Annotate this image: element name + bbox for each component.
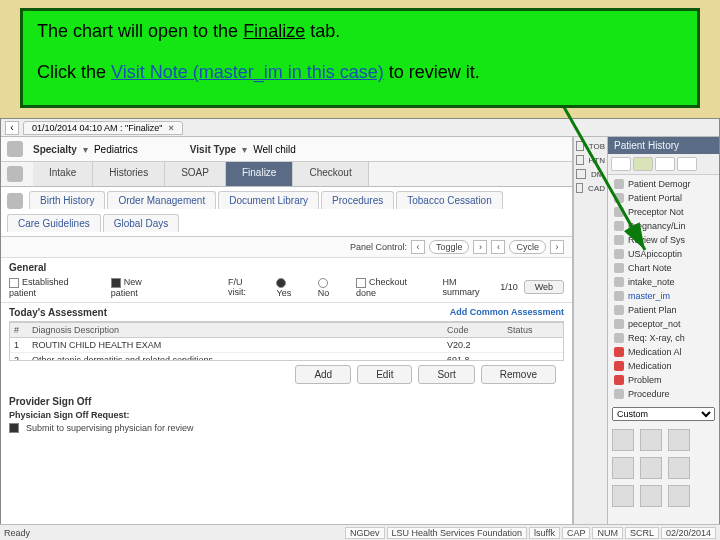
add-button[interactable]: Add xyxy=(295,365,351,384)
chevron-down-icon[interactable]: ▾ xyxy=(242,144,247,155)
sidebar-item-label: Medication Al xyxy=(628,347,682,357)
submit-checkbox[interactable]: Submit to supervising physician for revi… xyxy=(9,423,564,433)
subtab-document-library[interactable]: Document Library xyxy=(218,191,319,209)
vitals-column: TOB HTN DM CAD xyxy=(573,137,607,535)
list-icon[interactable] xyxy=(7,193,23,209)
sidebar-item-intake-note[interactable]: intake_note xyxy=(612,275,715,289)
status-cell: LSU Health Services Foundation xyxy=(387,527,528,539)
assessment-table: # Diagnosis Description Code Status 1 RO… xyxy=(10,322,563,361)
close-icon[interactable]: × xyxy=(168,123,173,133)
subtab-care-guidelines[interactable]: Care Guidelines xyxy=(7,214,101,232)
dm-checkbox[interactable]: DM xyxy=(576,169,605,179)
sidebar-toolbar xyxy=(608,154,719,175)
cycle-button[interactable]: Cycle xyxy=(509,240,546,254)
lock-icon[interactable] xyxy=(655,157,675,171)
remove-button[interactable]: Remove xyxy=(481,365,556,384)
signoff-title: Physician Sign Off Request: xyxy=(9,410,564,420)
visittype-label: Visit Type xyxy=(190,144,236,155)
sidebar-item-patient-demogr[interactable]: Patient Demogr xyxy=(612,177,715,191)
grid-item[interactable] xyxy=(668,429,690,451)
grid-item[interactable] xyxy=(612,457,634,479)
tab-intake[interactable]: Intake xyxy=(33,162,93,186)
sidebar-item-usapiccoptin[interactable]: USApiccoptin xyxy=(612,247,715,261)
grid-item[interactable] xyxy=(668,485,690,507)
doc-icon xyxy=(614,389,624,399)
sidebar-item-label: Patient Demogr xyxy=(628,179,691,189)
established-checkbox[interactable]: Established patient xyxy=(9,277,97,298)
submit-label: Submit to supervising physician for revi… xyxy=(26,423,194,433)
doc-icon xyxy=(614,235,624,245)
search-button[interactable] xyxy=(677,157,697,171)
sidebar-item-preceptor-not[interactable]: Preceptor Not xyxy=(612,205,715,219)
sidebar-item-medication[interactable]: Medication xyxy=(612,359,715,373)
grid-item[interactable] xyxy=(612,429,634,451)
status-bar: Ready NGDev LSU Health Services Foundati… xyxy=(0,524,720,540)
tob-checkbox[interactable]: TOB xyxy=(576,141,605,151)
document-tab[interactable]: 01/10/2014 04:10 AM : "Finalize" × xyxy=(23,121,183,135)
tab-soap[interactable]: SOAP xyxy=(165,162,226,186)
add-common-assessment-link[interactable]: Add Common Assessment xyxy=(450,307,564,318)
sidebar-item-master-im[interactable]: master_im xyxy=(612,289,715,303)
grid-item[interactable] xyxy=(668,457,690,479)
back-button[interactable]: ‹ xyxy=(5,121,19,135)
table-row[interactable]: 1 ROUTIN CHILD HEALTH EXAM V20.2 xyxy=(10,337,563,352)
cell: V20.2 xyxy=(443,337,503,352)
chevron-down-icon[interactable]: ▾ xyxy=(83,144,88,155)
callout-text: Click the xyxy=(37,62,111,82)
panel-next-button[interactable]: › xyxy=(473,240,487,254)
subtab-global-days[interactable]: Global Days xyxy=(103,214,179,232)
tab-finalize[interactable]: Finalize xyxy=(226,162,293,186)
status-cell: NGDev xyxy=(345,527,385,539)
sidebar-item-pregnancy-lin[interactable]: Pregnancy/Lin xyxy=(612,219,715,233)
cell: ROUTIN CHILD HEALTH EXAM xyxy=(28,337,443,352)
sidebar-item-label: Patient Plan xyxy=(628,305,677,315)
status-ready: Ready xyxy=(4,528,30,538)
status-cell: NUM xyxy=(592,527,623,539)
checkout-done-checkbox[interactable]: Checkout done xyxy=(356,277,428,298)
sort-button[interactable]: Sort xyxy=(418,365,474,384)
sidebar-item-problem[interactable]: Problem xyxy=(612,373,715,387)
filter-button[interactable] xyxy=(633,157,653,171)
home-icon[interactable] xyxy=(7,141,23,157)
table-row[interactable]: 2 Other atopic dermatitis and related co… xyxy=(10,352,563,361)
status-cell: SCRL xyxy=(625,527,659,539)
cycle-prev-button[interactable]: ‹ xyxy=(491,240,505,254)
cad-checkbox[interactable]: CAD xyxy=(576,183,605,193)
web-button[interactable]: Web xyxy=(524,280,564,294)
tab-histories[interactable]: Histories xyxy=(93,162,165,186)
edit-button[interactable]: Edit xyxy=(357,365,412,384)
htn-checkbox[interactable]: HTN xyxy=(576,155,605,165)
grid-item[interactable] xyxy=(640,457,662,479)
sidebar-item-medication-al[interactable]: Medication Al xyxy=(612,345,715,359)
fu-no-radio[interactable]: No xyxy=(318,277,342,298)
cycle-next-button[interactable]: › xyxy=(550,240,564,254)
sidebar-item-patient-plan[interactable]: Patient Plan xyxy=(612,303,715,317)
subtab-tobacco[interactable]: Tobacco Cessation xyxy=(396,191,503,209)
newpatient-checkbox[interactable]: New patient xyxy=(111,277,171,298)
status-cell: lsuffk xyxy=(529,527,560,539)
sidebar-item-patient-portal[interactable]: Patient Portal xyxy=(612,191,715,205)
sidebar-item-req-x-ray-ch[interactable]: Req: X-ray, ch xyxy=(612,331,715,345)
workflow-home[interactable] xyxy=(1,162,33,186)
panel-control-bar: Panel Control: ‹ Toggle › ‹ Cycle › xyxy=(1,237,572,258)
grid-item[interactable] xyxy=(612,485,634,507)
subtab-procedures[interactable]: Procedures xyxy=(321,191,394,209)
toggle-button[interactable]: Toggle xyxy=(429,240,470,254)
subtab-birth-history[interactable]: Birth History xyxy=(29,191,105,209)
sidebar-item-chart-note[interactable]: Chart Note xyxy=(612,261,715,275)
sidebar-item-procedure[interactable]: Procedure xyxy=(612,387,715,401)
assessment-header: Today's Assessment xyxy=(9,307,107,318)
hm-label: HM summary xyxy=(442,277,494,297)
grid-item[interactable] xyxy=(640,485,662,507)
grid-item[interactable] xyxy=(640,429,662,451)
sidebar-filter-dropdown[interactable]: Custom xyxy=(612,407,715,421)
sidebar-item-peceptor-not[interactable]: peceptor_not xyxy=(612,317,715,331)
specialty-label: Specialty xyxy=(33,144,77,155)
panel-control-label: Panel Control: xyxy=(350,242,407,252)
subtab-order-management[interactable]: Order Management xyxy=(107,191,216,209)
sidebar-item-review-of-sys[interactable]: Review of Sys xyxy=(612,233,715,247)
tab-checkout[interactable]: Checkout xyxy=(293,162,368,186)
new-button[interactable] xyxy=(611,157,631,171)
fu-yes-radio[interactable]: Yes xyxy=(276,277,303,298)
panel-prev-button[interactable]: ‹ xyxy=(411,240,425,254)
